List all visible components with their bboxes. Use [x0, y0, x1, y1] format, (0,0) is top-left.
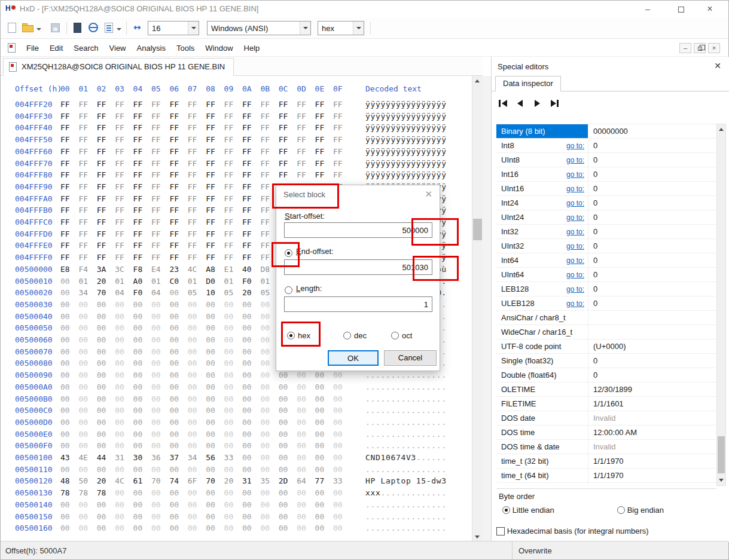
hex-byte[interactable]: 00 [151, 440, 161, 452]
open-file-icon-base[interactable] [22, 25, 33, 32]
hex-byte[interactable]: 00 [169, 405, 179, 417]
hex-byte[interactable]: 00 [169, 429, 179, 440]
hex-byte[interactable]: 10 [206, 287, 215, 299]
hex-byte[interactable]: FF [115, 134, 124, 146]
hex-byte[interactable]: 00 [78, 299, 88, 311]
hex-byte[interactable]: FF [260, 193, 270, 205]
goto-link[interactable]: go to: [566, 228, 584, 236]
hex-byte[interactable]: 00 [60, 381, 70, 393]
tab-data-inspector[interactable]: Data inspector [495, 76, 561, 91]
hex-byte[interactable]: 00 [133, 334, 143, 346]
hex-byte[interactable]: 4C [188, 264, 197, 276]
hex-byte[interactable]: 00 [115, 522, 124, 534]
hex-byte[interactable]: 70 [97, 287, 106, 299]
goto-link[interactable]: go to: [566, 170, 584, 179]
inspector-value[interactable]: 0 [588, 354, 716, 368]
hex-byte[interactable]: 00 [169, 393, 179, 405]
hex-byte[interactable]: FF [97, 204, 106, 216]
hex-byte[interactable]: 00 [260, 440, 270, 452]
hex-byte[interactable]: 00 [188, 440, 197, 452]
hex-byte[interactable]: 00 [188, 405, 197, 417]
menu-window[interactable]: Window [200, 39, 238, 57]
hex-byte[interactable]: FF [169, 204, 179, 216]
inspector-row[interactable]: UInt32go to:0 [496, 239, 716, 253]
hex-byte[interactable]: 00 [297, 381, 306, 393]
hex-byte[interactable]: 00 [97, 464, 106, 476]
goto-link[interactable]: go to: [566, 185, 584, 193]
hex-byte[interactable]: FF [78, 146, 88, 158]
hex-byte[interactable]: 00 [78, 381, 88, 393]
hex-byte[interactable]: 00 [115, 381, 124, 393]
hex-byte[interactable]: 00 [206, 499, 215, 511]
hex-byte[interactable]: 00 [224, 499, 234, 511]
hex-byte[interactable]: 00 [151, 511, 161, 523]
hex-byte[interactable]: 00 [60, 299, 70, 311]
hex-byte[interactable]: 00 [333, 511, 343, 523]
document-tab[interactable]: XM25QH128A@SOIC8 ORIGINAL BIOS HP 11 GEN… [3, 58, 234, 76]
hex-byte[interactable]: FF [242, 193, 252, 205]
hex-byte[interactable]: FF [242, 111, 252, 123]
hex-byte[interactable]: 00 [133, 393, 143, 405]
hex-byte[interactable]: FF [224, 146, 234, 158]
inspector-row[interactable]: Int16go to:0 [496, 167, 716, 182]
hex-row[interactable]: 005000A000000000000000000000000000000000… [1, 381, 472, 393]
hex-byte[interactable]: FF [206, 158, 215, 170]
hex-byte[interactable]: 00 [151, 322, 161, 334]
hex-byte[interactable]: FF [188, 146, 197, 158]
hex-byte[interactable]: 00 [206, 299, 215, 311]
inspector-value[interactable] [588, 311, 716, 325]
decoded-text[interactable]: ................ [365, 369, 447, 381]
hex-byte[interactable]: 00 [133, 522, 143, 534]
hex-byte[interactable]: FF [97, 158, 106, 170]
hex-byte[interactable]: 00 [279, 393, 288, 405]
hex-byte[interactable]: 00 [188, 464, 197, 476]
hex-byte[interactable]: FF [188, 99, 197, 111]
hex-byte[interactable]: 00 [188, 334, 197, 346]
hex-byte[interactable]: 00 [206, 511, 215, 523]
hex-byte[interactable]: FF [78, 216, 88, 228]
hex-byte[interactable]: 00 [224, 487, 234, 499]
hex-byte[interactable]: 00 [133, 464, 143, 476]
hex-byte[interactable]: 00 [97, 499, 106, 511]
hex-byte[interactable]: FF [297, 122, 306, 134]
hex-byte[interactable]: 00 [260, 334, 270, 346]
hex-byte[interactable]: FF [279, 169, 288, 181]
end-offset-input[interactable]: 501030 [284, 259, 432, 275]
length-input[interactable]: 1 [284, 296, 432, 312]
hex-byte[interactable]: FF [188, 181, 197, 193]
hex-byte[interactable]: FF [78, 158, 88, 170]
hex-byte[interactable]: 00 [169, 417, 179, 429]
hex-byte[interactable]: FF [315, 134, 325, 146]
hex-byte[interactable]: FF [260, 204, 270, 216]
hex-byte[interactable]: 20 [97, 276, 106, 287]
hex-byte[interactable]: 00 [78, 334, 88, 346]
hex-byte[interactable]: 00 [169, 522, 179, 534]
hex-byte[interactable]: FF [97, 181, 106, 193]
hex-byte[interactable]: 00 [188, 393, 197, 405]
hex-byte[interactable]: FF [115, 193, 124, 205]
hex-byte[interactable]: FF [206, 204, 215, 216]
hex-byte[interactable]: FF [188, 216, 197, 228]
hex-byte[interactable]: FF [224, 99, 234, 111]
hex-byte[interactable]: FF [188, 111, 197, 123]
hex-byte[interactable]: 00 [297, 499, 306, 511]
hex-byte[interactable]: FF [224, 111, 234, 123]
hex-byte[interactable]: FF [151, 134, 161, 146]
hex-byte[interactable]: FF [206, 169, 215, 181]
hex-byte[interactable]: FF [115, 169, 124, 181]
hex-byte[interactable]: 00 [206, 322, 215, 334]
hex-byte[interactable]: FF [169, 216, 179, 228]
hex-byte[interactable]: 00 [97, 511, 106, 523]
hex-byte[interactable]: FF [133, 252, 143, 264]
hex-byte[interactable]: FF [333, 122, 343, 134]
hex-byte[interactable]: 00 [60, 334, 70, 346]
hex-byte[interactable]: FF [115, 158, 124, 170]
inspector-value[interactable]: 0 [588, 167, 716, 181]
hex-byte[interactable]: 2D [279, 475, 288, 487]
first-record-button[interactable] [498, 97, 512, 111]
hex-byte[interactable]: 00 [151, 346, 161, 358]
hex-byte[interactable]: FF [260, 99, 270, 111]
hex-byte[interactable]: 00 [133, 381, 143, 393]
hex-byte[interactable]: 00 [260, 357, 270, 369]
hex-byte[interactable]: FF [279, 99, 288, 111]
